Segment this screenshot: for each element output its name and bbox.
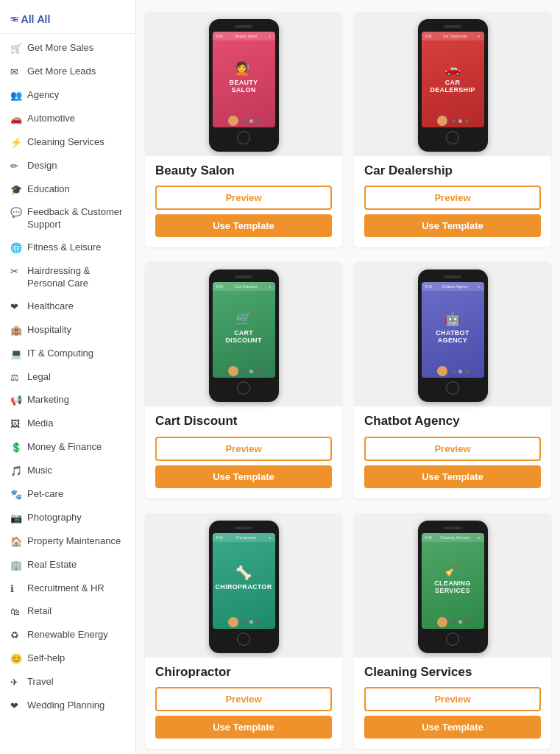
sidebar-item-education[interactable]: 🎓Education bbox=[0, 178, 135, 202]
phone-screen-chatbot-agency: 9:41 Chatbot Agency ≡ 🤖 CHATBOTAGENCY bbox=[422, 282, 484, 378]
sidebar-label-media: Media bbox=[27, 417, 53, 430]
phone-dot-1 bbox=[452, 119, 456, 123]
phone-dot-2 bbox=[249, 119, 253, 123]
use-template-button-car-dealership[interactable]: Use Template bbox=[364, 214, 541, 237]
phone-home-button[interactable] bbox=[237, 381, 250, 395]
preview-button-beauty-salon[interactable]: Preview bbox=[155, 186, 332, 210]
sidebar-item-hospitality[interactable]: 🏨Hospitality bbox=[0, 319, 135, 342]
phone-chatbot-agency: 9:41 Chatbot Agency ≡ 🤖 CHATBOTAGENCY bbox=[418, 269, 488, 402]
automotive-icon: 🚗 bbox=[10, 113, 22, 126]
phone-screen-beauty-salon: 9:41 Beauty Salon ≡ 💇 BEAUTYSALON bbox=[213, 32, 275, 127]
preview-button-chatbot-agency[interactable]: Preview bbox=[364, 437, 541, 461]
phone-topbar: 9:41 Chiropractor ≡ bbox=[213, 533, 275, 542]
phone-screen-car-dealership: 9:41 Car Dealership ≡ 🚗 CARDEALERSHIP bbox=[422, 32, 484, 127]
card-title-chiropractor: Chiropractor bbox=[155, 665, 332, 680]
sidebar-item-get-more-leads[interactable]: ✉Get More Leads bbox=[0, 60, 135, 84]
sidebar: ≡ ≡ All All 🛒Get More Sales✉Get More Lea… bbox=[0, 0, 136, 754]
sidebar-item-it-computing[interactable]: 💻IT & Computing bbox=[0, 342, 135, 366]
sidebar-label-real-estate: Real Estate bbox=[27, 559, 77, 571]
phone-bottom-bar bbox=[422, 614, 484, 629]
phone-avatar bbox=[228, 617, 238, 627]
get-more-sales-icon: 🛒 bbox=[10, 43, 22, 55]
sidebar-item-pet-care[interactable]: 🐾Pet-care bbox=[0, 483, 135, 507]
phone-avatar bbox=[437, 617, 447, 627]
sidebar-item-fitness[interactable]: 🌐Fitness & Leisure bbox=[0, 236, 135, 260]
preview-button-chiropractor[interactable]: Preview bbox=[155, 687, 332, 711]
card-info-chiropractor: Chiropractor Preview Use Template bbox=[145, 658, 342, 749]
photography-icon: 📷 bbox=[10, 512, 22, 525]
phone-content-chatbot-agency: 🤖 CHATBOTAGENCY bbox=[422, 291, 484, 363]
sidebar-item-legal[interactable]: ⚖Legal bbox=[0, 366, 135, 390]
preview-button-cleaning-services[interactable]: Preview bbox=[364, 687, 541, 711]
sidebar-item-real-estate[interactable]: 🏢Real Estate bbox=[0, 554, 135, 577]
phone-home-button[interactable] bbox=[446, 131, 459, 144]
card-title-cleaning-services: Cleaning Services bbox=[364, 665, 541, 680]
sidebar-label-pet-care: Pet-care bbox=[27, 488, 63, 501]
sidebar-item-hairdressing[interactable]: ✂Hairdressing & Personal Care bbox=[0, 260, 135, 295]
use-template-button-beauty-salon[interactable]: Use Template bbox=[155, 214, 332, 237]
sidebar-item-property-maintenance[interactable]: 🏠Property Maintenance bbox=[0, 530, 135, 554]
phone-dot-1 bbox=[243, 370, 247, 373]
sidebar-item-self-help[interactable]: 😊Self-help bbox=[0, 647, 135, 671]
phone-screen-chiropractor: 9:41 Chiropractor ≡ 🦴 CHIROPRACTOR bbox=[213, 533, 275, 629]
sidebar-item-all[interactable]: ≡ ≡ All All bbox=[0, 7, 135, 34]
sidebar-label-retail: Retail bbox=[27, 605, 52, 618]
sidebar-label-cleaning-services: Cleaning Services bbox=[27, 136, 104, 149]
get-more-leads-icon: ✉ bbox=[10, 66, 22, 79]
phone-topbar: 9:41 Beauty Salon ≡ bbox=[213, 32, 275, 40]
sidebar-item-media[interactable]: 🖼Media bbox=[0, 412, 135, 436]
sidebar-item-renewable-energy[interactable]: ♻Renewable Energy bbox=[0, 624, 135, 647]
phone-home-button[interactable] bbox=[237, 131, 250, 144]
sidebar-item-healthcare[interactable]: ❤Healthcare bbox=[0, 295, 135, 319]
sidebar-item-design[interactable]: ✏Design bbox=[0, 155, 135, 178]
sidebar-item-cleaning-services[interactable]: ⚡Cleaning Services bbox=[0, 131, 135, 155]
phone-dot-3 bbox=[465, 119, 469, 123]
property-maintenance-icon: 🏠 bbox=[10, 536, 22, 549]
phone-home-button[interactable] bbox=[237, 633, 250, 646]
sidebar-label-travel: Travel bbox=[27, 676, 54, 688]
sidebar-item-get-more-sales[interactable]: 🛒Get More Sales bbox=[0, 37, 135, 60]
healthcare-icon: ❤ bbox=[10, 301, 22, 314]
templates-grid: 9:41 Beauty Salon ≡ 💇 BEAUTYSALON bbox=[145, 12, 551, 754]
phone-wrapper-chatbot-agency: 9:41 Chatbot Agency ≡ 🤖 CHATBOTAGENCY bbox=[354, 262, 551, 406]
use-template-button-cleaning-services[interactable]: Use Template bbox=[364, 716, 541, 739]
phone-wrapper-chiropractor: 9:41 Chiropractor ≡ 🦴 CHIROPRACTOR bbox=[145, 513, 342, 658]
self-help-icon: 😊 bbox=[10, 653, 22, 666]
retail-icon: 🛍 bbox=[10, 606, 22, 619]
it-computing-icon: 💻 bbox=[10, 348, 22, 361]
phone-home-button[interactable] bbox=[446, 381, 459, 395]
sidebar-item-automotive[interactable]: 🚗Automotive bbox=[0, 108, 135, 131]
use-template-button-chatbot-agency[interactable]: Use Template bbox=[364, 465, 541, 488]
sidebar-item-feedback[interactable]: 💬Feedback & Customer Support bbox=[0, 201, 135, 236]
template-card-cart-discount: 9:41 Cart Discount ≡ 🛒 CARTDISCOUNT bbox=[145, 262, 342, 498]
template-card-cleaning-services: 9:41 Cleaning Services ≡ 🧹 CLEANINGSERVI… bbox=[354, 513, 551, 749]
sidebar-label-feedback: Feedback & Customer Support bbox=[27, 206, 125, 231]
sidebar-label-get-more-leads: Get More Leads bbox=[27, 66, 96, 78]
sidebar-item-music[interactable]: 🎵Music bbox=[0, 459, 135, 483]
card-title-cart-discount: Cart Discount bbox=[155, 414, 332, 429]
preview-button-cart-discount[interactable]: Preview bbox=[155, 437, 332, 461]
template-card-beauty-salon: 9:41 Beauty Salon ≡ 💇 BEAUTYSALON bbox=[145, 12, 342, 247]
sidebar-item-wedding-planning[interactable]: ❤Wedding Planning bbox=[0, 694, 135, 718]
sidebar-item-travel[interactable]: ✈Travel bbox=[0, 671, 135, 694]
phone-bottom-bar bbox=[213, 363, 275, 378]
sidebar-item-recruitment-hr[interactable]: ℹRecruitment & HR bbox=[0, 577, 135, 601]
sidebar-item-money-finance[interactable]: 💲Money & Finance bbox=[0, 436, 135, 459]
sidebar-item-photography[interactable]: 📷Photography bbox=[0, 507, 135, 530]
preview-button-car-dealership[interactable]: Preview bbox=[364, 186, 541, 210]
phone-avatar bbox=[437, 116, 447, 126]
sidebar-item-agency[interactable]: 👥Agency bbox=[0, 84, 135, 108]
card-title-beauty-salon: Beauty Salon bbox=[155, 163, 332, 178]
phone-speaker bbox=[235, 275, 252, 278]
sidebar-label-self-help: Self-help bbox=[27, 652, 65, 665]
sidebar-item-retail[interactable]: 🛍Retail bbox=[0, 600, 135, 624]
sidebar-label-hospitality: Hospitality bbox=[27, 324, 71, 337]
sidebar-item-marketing[interactable]: 📢Marketing bbox=[0, 389, 135, 412]
feedback-icon: 💬 bbox=[10, 207, 22, 219]
sidebar-label-fitness: Fitness & Leisure bbox=[27, 242, 101, 254]
phone-home-button[interactable] bbox=[446, 633, 459, 646]
use-template-button-cart-discount[interactable]: Use Template bbox=[155, 465, 332, 488]
card-title-chatbot-agency: Chatbot Agency bbox=[364, 414, 541, 429]
music-icon: 🎵 bbox=[10, 465, 22, 478]
use-template-button-chiropractor[interactable]: Use Template bbox=[155, 716, 332, 739]
